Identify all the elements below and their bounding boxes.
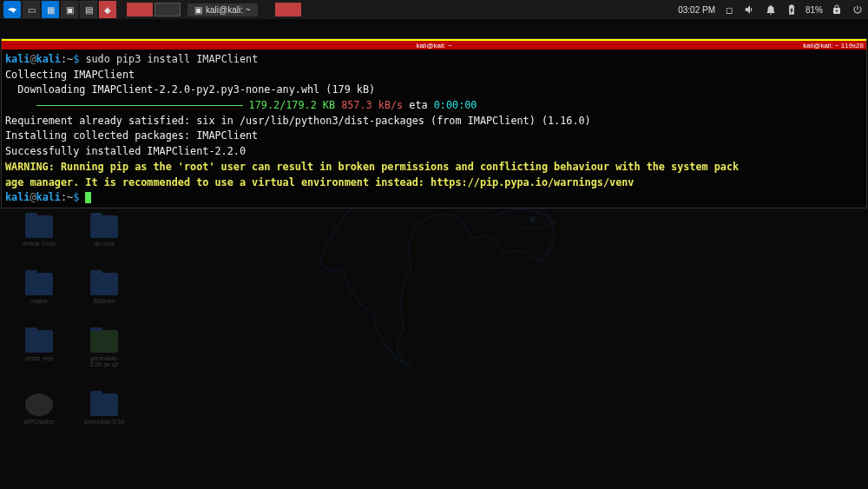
- prompt2-symbol: $: [73, 191, 85, 203]
- volume-icon[interactable]: [743, 3, 757, 17]
- line-collecting: Collecting IMAPClient: [5, 69, 135, 81]
- terminal-titlebar[interactable]: kali@kali: ~ kali@kali: ~ 119x28: [2, 41, 866, 50]
- battery-percent: 81%: [806, 5, 823, 15]
- panel-btn-4[interactable]: ▤: [80, 1, 97, 18]
- line-downloading: Downloading IMAPClient-2.2.0-py2.py3-non…: [5, 83, 375, 96]
- svg-point-0: [530, 216, 535, 221]
- prompt-path: :~: [61, 53, 73, 65]
- bell-icon[interactable]: [764, 3, 778, 17]
- terminal-title-right: kali@kali: ~ 119x28: [803, 42, 864, 50]
- task-label: kali@kali: ~: [206, 5, 251, 15]
- terminal-content[interactable]: kali@kali:~$ sudo pip3 install IMAPClien…: [2, 50, 866, 208]
- prompt-user: kali: [5, 53, 30, 65]
- prompt2-user: kali: [5, 191, 30, 203]
- terminal-cursor: [85, 192, 91, 203]
- taskbar: ▭ ▦ ▣ ▤ ◆ ▣ kali@kali: ~ 03:02 PM ◻ 81%: [0, 0, 868, 19]
- desktop-icon-gdmodule-folder[interactable]: gdmodule-0.56: [78, 393, 130, 425]
- line-req-satisfied: Requirement already satisfied: six in /u…: [5, 115, 591, 127]
- command-text: sudo pip3 install IMAPClient: [85, 53, 258, 65]
- battery-icon[interactable]: [785, 3, 799, 17]
- progress-bar: [36, 105, 243, 106]
- workspace-1[interactable]: [127, 3, 153, 17]
- lock-icon[interactable]: [830, 3, 844, 17]
- terminal-title-center: kali@kali: ~: [416, 42, 451, 50]
- progress-speed: 857.3 kB/s: [335, 99, 403, 111]
- prompt2-at: @: [30, 191, 36, 203]
- progress-eta-label: eta: [403, 99, 434, 111]
- clock[interactable]: 03:02 PM: [678, 5, 715, 15]
- progress-eta: 0:00:00: [434, 99, 477, 111]
- panel-btn-1[interactable]: ▭: [23, 1, 40, 18]
- workspace-2[interactable]: [155, 3, 181, 17]
- line-installing: Installing collected packages: IMAPClien…: [5, 129, 258, 142]
- desktop-icon-ghost-eye[interactable]: ghost_eye: [13, 330, 65, 367]
- progress-size: 179.2/179.2 KB: [243, 99, 336, 111]
- power-icon[interactable]: [851, 3, 865, 17]
- progress-spacer: [5, 99, 36, 111]
- desktop-icon-wpcracker[interactable]: WPCracker: [13, 393, 65, 425]
- taskbar-right: 03:02 PM ◻ 81%: [678, 3, 865, 17]
- taskbar-close-indicator[interactable]: [275, 3, 301, 17]
- panel-btn-5[interactable]: ◆: [99, 1, 116, 18]
- prompt2-host: kali: [36, 191, 61, 203]
- taskbar-window-entry[interactable]: ▣ kali@kali: ~: [187, 3, 258, 17]
- prompt-symbol: $: [73, 53, 85, 65]
- panel-btn-terminal[interactable]: ▣: [61, 1, 78, 18]
- desktop-icon-article-tools[interactable]: Article Tools: [13, 215, 65, 247]
- terminal-window: kali@kali: ~ kali@kali: ~ 119x28 kali@ka…: [1, 38, 867, 208]
- workspace-switcher: [127, 3, 181, 17]
- desktop-icon-gdmodule-archive[interactable]: gdmodule-0.56.tar.gz: [78, 330, 130, 367]
- desktop-icon-gh-dork[interactable]: gh-dork: [78, 215, 130, 247]
- desktop-icon-bbscan[interactable]: BBScan: [78, 273, 130, 304]
- panel-btn-files[interactable]: ▦: [42, 1, 59, 18]
- task-icon: ▣: [194, 5, 202, 15]
- taskbar-left: ▭ ▦ ▣ ▤ ◆ ▣ kali@kali: ~: [3, 1, 301, 18]
- prompt-host: kali: [36, 53, 61, 65]
- kali-menu-icon[interactable]: [3, 1, 21, 18]
- desktop[interactable]: Home ipobjectbypass Article Tools gh-dor…: [0, 19, 868, 489]
- line-success: Successfully installed IMAPClient-2.2.0: [5, 145, 246, 157]
- line-warning: WARNING: Running pip as the 'root' user …: [5, 161, 739, 188]
- desktop-icon-naabu[interactable]: naabu: [13, 273, 65, 304]
- prompt-at: @: [30, 53, 36, 65]
- prompt2-path: :~: [61, 191, 73, 203]
- tray-square-icon[interactable]: ◻: [722, 3, 736, 17]
